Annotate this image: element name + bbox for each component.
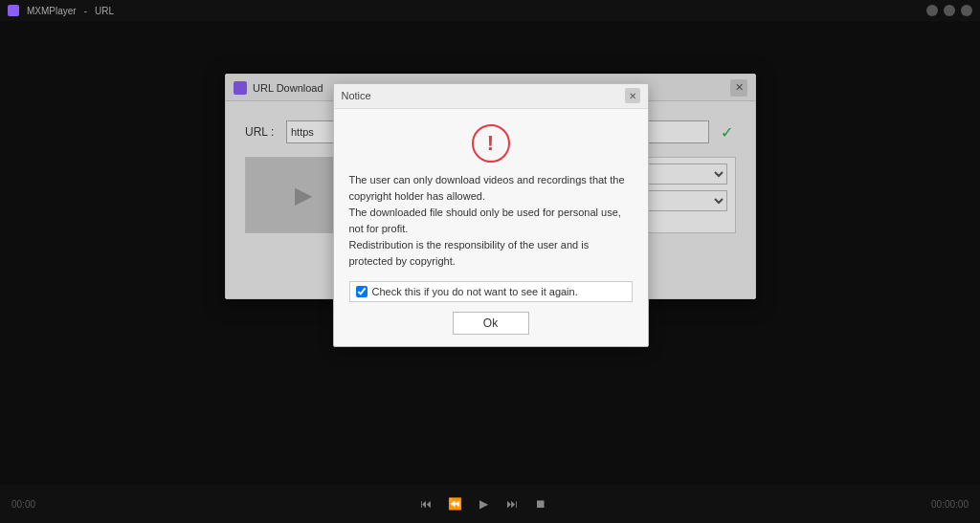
- back-button[interactable]: ⏪: [447, 496, 462, 512]
- notice-checkbox[interactable]: [356, 286, 368, 297]
- maximize-button[interactable]: [944, 5, 955, 16]
- notice-titlebar: Notice ✕: [334, 84, 648, 109]
- url-download-window: URL Download ✕ URL : ✓ ▶: [225, 74, 756, 299]
- notice-title: Notice: [342, 90, 371, 101]
- notice-close-button[interactable]: ✕: [625, 88, 640, 103]
- play-button[interactable]: ▶: [476, 496, 491, 512]
- app-icon: [8, 5, 19, 16]
- current-time: 00:00: [11, 499, 35, 510]
- notice-warning-icon: !: [472, 124, 510, 163]
- next-button[interactable]: ⏭: [504, 496, 520, 512]
- title-bar-controls: [926, 5, 972, 16]
- notice-ok-wrap: Ok: [349, 312, 633, 335]
- notice-text-line1: The user can only download videos and re…: [349, 174, 625, 202]
- title-bar: MXMPlayer - URL: [0, 0, 980, 21]
- notice-text-line2: The downloaded file should only be used …: [349, 207, 621, 234]
- app-subtitle: URL: [95, 6, 114, 16]
- notice-ok-button[interactable]: Ok: [453, 312, 529, 335]
- notice-text-line3: Redistribution is the responsibility of …: [349, 239, 590, 267]
- status-bar: 00:00 ⏮ ⏪ ▶ ⏭ ⏹ 00:00:00: [0, 485, 980, 523]
- app-title: MXMPlayer: [27, 6, 77, 16]
- total-time: 00:00:00: [931, 499, 969, 510]
- main-video-area: URL Download ✕ URL : ✓ ▶: [0, 21, 980, 485]
- stop-button[interactable]: ⏹: [533, 496, 548, 512]
- notice-checkbox-label: Check this if you do not want to see it …: [372, 286, 578, 297]
- status-center: ⏮ ⏪ ▶ ⏭ ⏹: [418, 496, 548, 512]
- notice-overlay: Notice ✕ ! The user can only download vi…: [226, 75, 755, 298]
- notice-checkbox-row: Check this if you do not want to see it …: [349, 281, 633, 302]
- notice-body: ! The user can only download videos and …: [334, 109, 648, 346]
- status-left: 00:00: [11, 499, 35, 510]
- notice-text: The user can only download videos and re…: [349, 172, 633, 270]
- close-button[interactable]: [961, 5, 972, 16]
- status-right: 00:00:00: [931, 499, 969, 510]
- minimize-button[interactable]: [926, 5, 938, 16]
- prev-button[interactable]: ⏮: [418, 496, 434, 512]
- notice-dialog: Notice ✕ ! The user can only download vi…: [333, 83, 649, 347]
- notice-icon-wrap: !: [349, 124, 633, 163]
- title-bar-left: MXMPlayer - URL: [8, 5, 114, 16]
- title-separator: -: [84, 6, 87, 16]
